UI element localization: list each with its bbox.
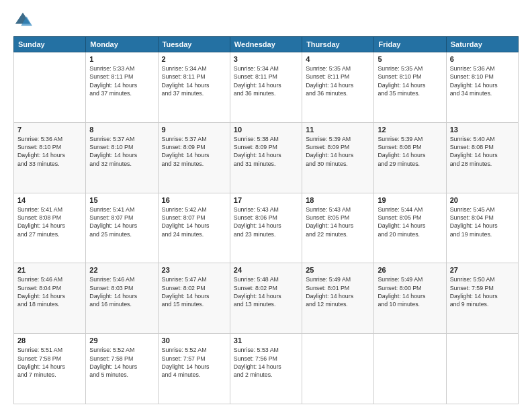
day-info: Sunrise: 5:34 AM Sunset: 8:11 PM Dayligh…: [234, 64, 298, 97]
calendar-body: 1Sunrise: 5:33 AM Sunset: 8:11 PM Daylig…: [14, 52, 519, 404]
day-info: Sunrise: 5:49 AM Sunset: 8:00 PM Dayligh…: [378, 275, 442, 308]
calendar-day-cell: 1Sunrise: 5:33 AM Sunset: 8:11 PM Daylig…: [86, 52, 158, 123]
day-info: Sunrise: 5:36 AM Sunset: 8:10 PM Dayligh…: [450, 64, 515, 97]
day-info: Sunrise: 5:37 AM Sunset: 8:09 PM Dayligh…: [162, 135, 226, 168]
calendar-day-cell: 30Sunrise: 5:52 AM Sunset: 7:57 PM Dayli…: [158, 334, 230, 404]
day-number: 9: [162, 126, 226, 134]
day-number: 2: [162, 55, 226, 63]
day-number: 18: [306, 196, 370, 204]
weekday-header-cell: Monday: [86, 37, 158, 52]
calendar-day-cell: 23Sunrise: 5:47 AM Sunset: 8:02 PM Dayli…: [158, 263, 230, 334]
calendar-day-cell: 21Sunrise: 5:46 AM Sunset: 8:04 PM Dayli…: [14, 263, 86, 334]
day-number: 7: [17, 126, 82, 134]
day-info: Sunrise: 5:48 AM Sunset: 8:02 PM Dayligh…: [234, 275, 298, 308]
calendar-day-cell: 5Sunrise: 5:35 AM Sunset: 8:10 PM Daylig…: [374, 52, 446, 123]
calendar-day-cell: 26Sunrise: 5:49 AM Sunset: 8:00 PM Dayli…: [374, 263, 446, 334]
day-number: 5: [378, 55, 442, 63]
day-number: 12: [378, 126, 442, 134]
calendar-day-cell: 17Sunrise: 5:43 AM Sunset: 8:06 PM Dayli…: [230, 193, 302, 263]
weekday-header-cell: Sunday: [14, 37, 86, 52]
day-number: 11: [306, 126, 370, 134]
weekday-header-cell: Wednesday: [230, 37, 302, 52]
calendar-day-cell: 6Sunrise: 5:36 AM Sunset: 8:10 PM Daylig…: [446, 52, 518, 123]
day-info: Sunrise: 5:46 AM Sunset: 8:03 PM Dayligh…: [89, 275, 154, 308]
calendar-week-row: 14Sunrise: 5:41 AM Sunset: 8:08 PM Dayli…: [14, 193, 519, 263]
calendar-day-cell: 2Sunrise: 5:34 AM Sunset: 8:11 PM Daylig…: [158, 52, 230, 123]
calendar-day-cell: 19Sunrise: 5:44 AM Sunset: 8:05 PM Dayli…: [374, 193, 446, 263]
day-number: 1: [89, 55, 154, 63]
day-info: Sunrise: 5:37 AM Sunset: 8:10 PM Dayligh…: [89, 135, 154, 168]
calendar-day-cell: 4Sunrise: 5:35 AM Sunset: 8:11 PM Daylig…: [302, 52, 374, 123]
day-info: Sunrise: 5:35 AM Sunset: 8:11 PM Dayligh…: [306, 64, 370, 97]
day-info: Sunrise: 5:43 AM Sunset: 8:06 PM Dayligh…: [234, 205, 298, 238]
calendar-day-cell: [446, 334, 518, 404]
day-number: 21: [17, 266, 82, 274]
weekday-header-row: SundayMondayTuesdayWednesdayThursdayFrid…: [14, 37, 519, 52]
day-info: Sunrise: 5:35 AM Sunset: 8:10 PM Dayligh…: [378, 64, 442, 97]
calendar-day-cell: 12Sunrise: 5:39 AM Sunset: 8:08 PM Dayli…: [374, 122, 446, 193]
calendar-day-cell: 28Sunrise: 5:51 AM Sunset: 7:58 PM Dayli…: [14, 334, 86, 404]
day-info: Sunrise: 5:52 AM Sunset: 7:57 PM Dayligh…: [162, 346, 226, 379]
day-number: 14: [17, 196, 82, 204]
day-number: 22: [89, 266, 154, 274]
day-number: 13: [450, 126, 515, 134]
day-number: 23: [162, 266, 226, 274]
calendar-week-row: 1Sunrise: 5:33 AM Sunset: 8:11 PM Daylig…: [14, 52, 519, 123]
calendar-day-cell: 18Sunrise: 5:43 AM Sunset: 8:05 PM Dayli…: [302, 193, 374, 263]
weekday-header-cell: Saturday: [446, 37, 518, 52]
day-number: 25: [306, 266, 370, 274]
day-info: Sunrise: 5:42 AM Sunset: 8:07 PM Dayligh…: [162, 205, 226, 238]
day-info: Sunrise: 5:53 AM Sunset: 7:56 PM Dayligh…: [234, 346, 298, 379]
calendar-day-cell: 13Sunrise: 5:40 AM Sunset: 8:08 PM Dayli…: [446, 122, 518, 193]
calendar-day-cell: 7Sunrise: 5:36 AM Sunset: 8:10 PM Daylig…: [14, 122, 86, 193]
calendar-day-cell: 10Sunrise: 5:38 AM Sunset: 8:09 PM Dayli…: [230, 122, 302, 193]
day-info: Sunrise: 5:43 AM Sunset: 8:05 PM Dayligh…: [306, 205, 370, 238]
day-info: Sunrise: 5:50 AM Sunset: 7:59 PM Dayligh…: [450, 275, 515, 308]
header: [13, 11, 519, 30]
calendar-day-cell: 24Sunrise: 5:48 AM Sunset: 8:02 PM Dayli…: [230, 263, 302, 334]
day-number: 28: [17, 336, 82, 345]
day-info: Sunrise: 5:44 AM Sunset: 8:05 PM Dayligh…: [378, 205, 442, 238]
weekday-header-cell: Thursday: [302, 37, 374, 52]
calendar-day-cell: 27Sunrise: 5:50 AM Sunset: 7:59 PM Dayli…: [446, 263, 518, 334]
calendar-day-cell: 31Sunrise: 5:53 AM Sunset: 7:56 PM Dayli…: [230, 334, 302, 404]
day-info: Sunrise: 5:41 AM Sunset: 8:08 PM Dayligh…: [17, 205, 82, 238]
day-number: 20: [450, 196, 515, 204]
day-number: 31: [234, 336, 298, 345]
weekday-header-cell: Tuesday: [158, 37, 230, 52]
calendar-day-cell: 9Sunrise: 5:37 AM Sunset: 8:09 PM Daylig…: [158, 122, 230, 193]
day-info: Sunrise: 5:34 AM Sunset: 8:11 PM Dayligh…: [162, 64, 226, 97]
day-number: 27: [450, 266, 515, 274]
day-number: 29: [89, 336, 154, 345]
day-number: 4: [306, 55, 370, 63]
day-number: 8: [89, 126, 154, 134]
day-info: Sunrise: 5:39 AM Sunset: 8:09 PM Dayligh…: [306, 135, 370, 168]
day-info: Sunrise: 5:51 AM Sunset: 7:58 PM Dayligh…: [17, 346, 82, 379]
day-info: Sunrise: 5:49 AM Sunset: 8:01 PM Dayligh…: [306, 275, 370, 308]
calendar-week-row: 21Sunrise: 5:46 AM Sunset: 8:04 PM Dayli…: [14, 263, 519, 334]
weekday-header-cell: Friday: [374, 37, 446, 52]
calendar-day-cell: 11Sunrise: 5:39 AM Sunset: 8:09 PM Dayli…: [302, 122, 374, 193]
day-number: 15: [89, 196, 154, 204]
calendar-day-cell: 29Sunrise: 5:52 AM Sunset: 7:58 PM Dayli…: [86, 334, 158, 404]
calendar-day-cell: 3Sunrise: 5:34 AM Sunset: 8:11 PM Daylig…: [230, 52, 302, 123]
page: SundayMondayTuesdayWednesdayThursdayFrid…: [0, 0, 532, 411]
day-info: Sunrise: 5:40 AM Sunset: 8:08 PM Dayligh…: [450, 135, 515, 168]
day-number: 24: [234, 266, 298, 274]
day-info: Sunrise: 5:39 AM Sunset: 8:08 PM Dayligh…: [378, 135, 442, 168]
calendar: SundayMondayTuesdayWednesdayThursdayFrid…: [13, 36, 519, 404]
day-info: Sunrise: 5:38 AM Sunset: 8:09 PM Dayligh…: [234, 135, 298, 168]
day-number: 19: [378, 196, 442, 204]
day-info: Sunrise: 5:45 AM Sunset: 8:04 PM Dayligh…: [450, 205, 515, 238]
calendar-day-cell: 8Sunrise: 5:37 AM Sunset: 8:10 PM Daylig…: [86, 122, 158, 193]
calendar-day-cell: 16Sunrise: 5:42 AM Sunset: 8:07 PM Dayli…: [158, 193, 230, 263]
calendar-day-cell: 14Sunrise: 5:41 AM Sunset: 8:08 PM Dayli…: [14, 193, 86, 263]
logo-icon: [13, 11, 32, 30]
day-number: 17: [234, 196, 298, 204]
calendar-week-row: 28Sunrise: 5:51 AM Sunset: 7:58 PM Dayli…: [14, 334, 519, 404]
day-info: Sunrise: 5:41 AM Sunset: 8:07 PM Dayligh…: [89, 205, 154, 238]
day-info: Sunrise: 5:52 AM Sunset: 7:58 PM Dayligh…: [89, 346, 154, 379]
day-number: 6: [450, 55, 515, 63]
calendar-day-cell: [14, 52, 86, 123]
calendar-day-cell: 22Sunrise: 5:46 AM Sunset: 8:03 PM Dayli…: [86, 263, 158, 334]
